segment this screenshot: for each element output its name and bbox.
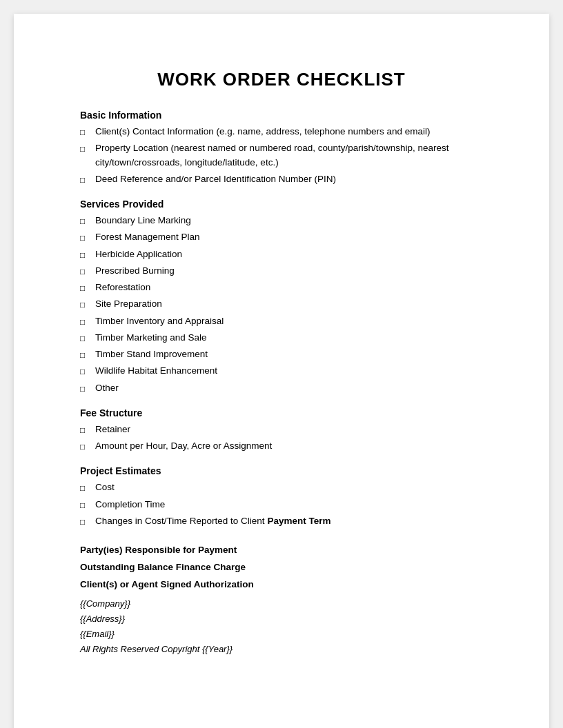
item-text: Forest Management Plan — [95, 230, 483, 244]
changes-cost-time-text: Changes in Cost/Time Reported to Client — [95, 516, 265, 526]
checkbox-icon: □ — [80, 424, 91, 436]
list-item: □ Boundary Line Marking — [80, 214, 483, 228]
checkbox-icon: □ — [80, 383, 91, 395]
item-text: Retainer — [95, 423, 483, 436]
item-text: Amount per Hour, Day, Acre or Assignment — [95, 439, 483, 453]
item-text: Timber Stand Improvement — [95, 347, 483, 361]
item-text: Herbicide Application — [95, 247, 483, 261]
item-text: Site Preparation — [95, 297, 483, 311]
checkbox-icon: □ — [80, 499, 91, 512]
item-text: Cost — [95, 481, 483, 494]
item-text: Reforestation — [95, 281, 483, 294]
list-item: □ Forest Management Plan — [80, 230, 483, 244]
checkbox-icon: □ — [80, 143, 91, 155]
section-project-estimates: Project Estimates — [80, 465, 483, 476]
footer-email: {{Email}} — [80, 627, 483, 642]
footer-section: Party(ies) Responsible for Payment Outst… — [80, 545, 483, 657]
page-title: WORK ORDER CHECKLIST — [80, 69, 483, 90]
footer-heading-payment: Party(ies) Responsible for Payment — [80, 545, 483, 555]
item-text: Timber Marketing and Sale — [95, 331, 483, 345]
section-services-provided: Services Provided — [80, 199, 483, 210]
checkbox-icon: □ — [80, 265, 91, 278]
item-text: Boundary Line Marking — [95, 214, 483, 228]
item-text: Completion Time — [95, 498, 483, 512]
checkbox-icon: □ — [80, 516, 91, 528]
checkbox-icon: □ — [80, 316, 91, 328]
item-text: Timber Inventory and Appraisal — [95, 314, 483, 328]
list-item: □ Amount per Hour, Day, Acre or Assignme… — [80, 439, 483, 453]
list-item: □ Completion Time — [80, 498, 483, 512]
list-item: □ Other — [80, 381, 483, 395]
list-item: □ Site Preparation — [80, 297, 483, 311]
list-item: □ Retainer — [80, 423, 483, 436]
checkbox-icon: □ — [80, 282, 91, 294]
checkbox-icon: □ — [80, 299, 91, 311]
item-text: Prescribed Burning — [95, 264, 483, 278]
footer-address: {{Address}} — [80, 611, 483, 627]
section-basic-information: Basic Information — [80, 110, 483, 121]
list-item: □ Cost — [80, 481, 483, 494]
list-item: □ Client(s) Contact Information (e.g. na… — [80, 125, 483, 139]
payment-term-label: Payment Term — [267, 516, 330, 526]
checkbox-icon: □ — [80, 365, 91, 378]
checkbox-icon: □ — [80, 332, 91, 345]
checkbox-icon: □ — [80, 349, 91, 361]
list-item: □ Timber Marketing and Sale — [80, 331, 483, 345]
list-item: □ Wildlife Habitat Enhancement — [80, 364, 483, 378]
checkbox-icon: □ — [80, 232, 91, 244]
section-fee-structure: Fee Structure — [80, 407, 483, 418]
checkbox-icon: □ — [80, 482, 91, 494]
list-item: □ Herbicide Application — [80, 247, 483, 261]
item-text: Changes in Cost/Time Reported to Client … — [95, 514, 483, 528]
list-item: □ Timber Stand Improvement — [80, 347, 483, 361]
list-item: □ Reforestation — [80, 281, 483, 294]
list-item: □ Timber Inventory and Appraisal — [80, 314, 483, 328]
footer-company-info: {{Company}} {{Address}} {{Email}} All Ri… — [80, 596, 483, 657]
item-text: Property Location (nearest named or numb… — [95, 141, 483, 170]
item-text: Client(s) Contact Information (e.g. name… — [95, 125, 483, 139]
footer-heading-balance: Outstanding Balance Finance Charge — [80, 562, 483, 572]
checkbox-icon: □ — [80, 126, 91, 139]
item-text: Wildlife Habitat Enhancement — [95, 364, 483, 378]
list-item: □ Deed Reference and/or Parcel Identific… — [80, 172, 483, 186]
list-item: □ Property Location (nearest named or nu… — [80, 141, 483, 170]
footer-heading-authorization: Client(s) or Agent Signed Authorization — [80, 579, 483, 589]
checkbox-icon: □ — [80, 441, 91, 453]
checkbox-icon: □ — [80, 174, 91, 186]
checkbox-icon: □ — [80, 249, 91, 261]
page: WORK ORDER CHECKLIST Basic Information □… — [14, 14, 549, 728]
item-text: Deed Reference and/or Parcel Identificat… — [95, 172, 483, 186]
checkbox-icon: □ — [80, 215, 91, 228]
footer-copyright: All Rights Reserved Copyright {{Year}} — [80, 642, 483, 657]
list-item: □ Prescribed Burning — [80, 264, 483, 278]
footer-company: {{Company}} — [80, 596, 483, 611]
list-item: □ Changes in Cost/Time Reported to Clien… — [80, 514, 483, 528]
item-text: Other — [95, 381, 483, 395]
